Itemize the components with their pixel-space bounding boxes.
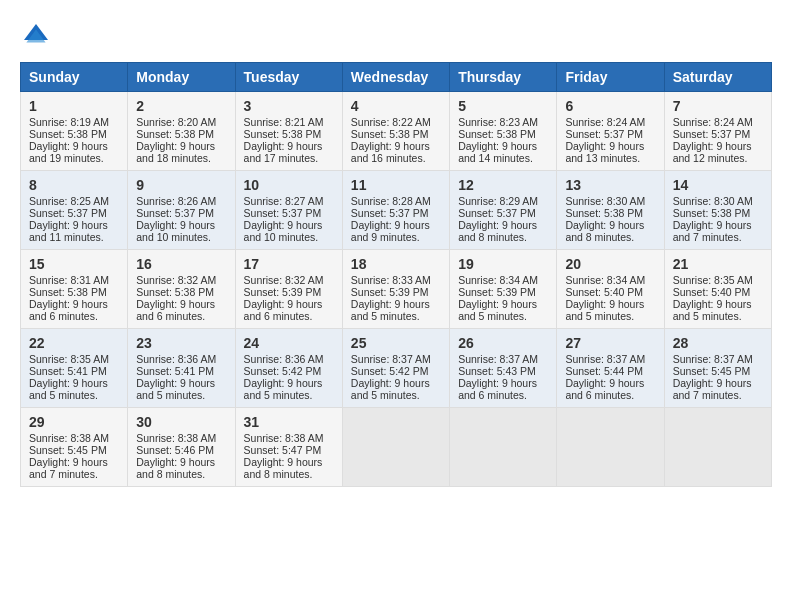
day-cell: 19Sunrise: 8:34 AMSunset: 5:39 PMDayligh… xyxy=(450,250,557,329)
daylight-label: Daylight: 9 hours and 10 minutes. xyxy=(244,219,323,243)
sunset-label: Sunset: 5:47 PM xyxy=(244,444,322,456)
day-number: 17 xyxy=(244,256,334,272)
sunrise-label: Sunrise: 8:37 AM xyxy=(351,353,431,365)
logo xyxy=(20,20,56,52)
day-number: 23 xyxy=(136,335,226,351)
sunrise-label: Sunrise: 8:24 AM xyxy=(673,116,753,128)
day-cell: 2Sunrise: 8:20 AMSunset: 5:38 PMDaylight… xyxy=(128,92,235,171)
sunset-label: Sunset: 5:39 PM xyxy=(244,286,322,298)
day-number: 13 xyxy=(565,177,655,193)
daylight-label: Daylight: 9 hours and 7 minutes. xyxy=(673,219,752,243)
sunrise-label: Sunrise: 8:30 AM xyxy=(565,195,645,207)
sunset-label: Sunset: 5:42 PM xyxy=(244,365,322,377)
sunset-label: Sunset: 5:37 PM xyxy=(458,207,536,219)
day-number: 22 xyxy=(29,335,119,351)
sunset-label: Sunset: 5:38 PM xyxy=(29,286,107,298)
header-day-monday: Monday xyxy=(128,63,235,92)
day-cell: 26Sunrise: 8:37 AMSunset: 5:43 PMDayligh… xyxy=(450,329,557,408)
sunrise-label: Sunrise: 8:33 AM xyxy=(351,274,431,286)
day-cell: 24Sunrise: 8:36 AMSunset: 5:42 PMDayligh… xyxy=(235,329,342,408)
day-number: 4 xyxy=(351,98,441,114)
sunrise-label: Sunrise: 8:23 AM xyxy=(458,116,538,128)
daylight-label: Daylight: 9 hours and 17 minutes. xyxy=(244,140,323,164)
sunset-label: Sunset: 5:38 PM xyxy=(136,128,214,140)
sunset-label: Sunset: 5:37 PM xyxy=(136,207,214,219)
daylight-label: Daylight: 9 hours and 10 minutes. xyxy=(136,219,215,243)
day-cell: 11Sunrise: 8:28 AMSunset: 5:37 PMDayligh… xyxy=(342,171,449,250)
sunrise-label: Sunrise: 8:32 AM xyxy=(136,274,216,286)
day-cell: 23Sunrise: 8:36 AMSunset: 5:41 PMDayligh… xyxy=(128,329,235,408)
day-cell xyxy=(557,408,664,487)
daylight-label: Daylight: 9 hours and 5 minutes. xyxy=(565,298,644,322)
header-day-wednesday: Wednesday xyxy=(342,63,449,92)
day-number: 9 xyxy=(136,177,226,193)
day-number: 28 xyxy=(673,335,763,351)
day-number: 18 xyxy=(351,256,441,272)
day-number: 16 xyxy=(136,256,226,272)
sunset-label: Sunset: 5:38 PM xyxy=(673,207,751,219)
sunrise-label: Sunrise: 8:36 AM xyxy=(136,353,216,365)
sunset-label: Sunset: 5:40 PM xyxy=(565,286,643,298)
header xyxy=(20,20,772,52)
daylight-label: Daylight: 9 hours and 14 minutes. xyxy=(458,140,537,164)
day-cell: 21Sunrise: 8:35 AMSunset: 5:40 PMDayligh… xyxy=(664,250,771,329)
daylight-label: Daylight: 9 hours and 19 minutes. xyxy=(29,140,108,164)
header-day-friday: Friday xyxy=(557,63,664,92)
day-cell: 25Sunrise: 8:37 AMSunset: 5:42 PMDayligh… xyxy=(342,329,449,408)
calendar: SundayMondayTuesdayWednesdayThursdayFrid… xyxy=(20,62,772,487)
daylight-label: Daylight: 9 hours and 5 minutes. xyxy=(244,377,323,401)
day-number: 6 xyxy=(565,98,655,114)
day-cell: 3Sunrise: 8:21 AMSunset: 5:38 PMDaylight… xyxy=(235,92,342,171)
day-cell: 9Sunrise: 8:26 AMSunset: 5:37 PMDaylight… xyxy=(128,171,235,250)
sunset-label: Sunset: 5:38 PM xyxy=(565,207,643,219)
daylight-label: Daylight: 9 hours and 5 minutes. xyxy=(136,377,215,401)
day-cell: 28Sunrise: 8:37 AMSunset: 5:45 PMDayligh… xyxy=(664,329,771,408)
day-cell: 7Sunrise: 8:24 AMSunset: 5:37 PMDaylight… xyxy=(664,92,771,171)
sunset-label: Sunset: 5:38 PM xyxy=(136,286,214,298)
day-cell xyxy=(664,408,771,487)
sunrise-label: Sunrise: 8:37 AM xyxy=(673,353,753,365)
sunset-label: Sunset: 5:46 PM xyxy=(136,444,214,456)
sunrise-label: Sunrise: 8:20 AM xyxy=(136,116,216,128)
sunset-label: Sunset: 5:37 PM xyxy=(565,128,643,140)
sunrise-label: Sunrise: 8:36 AM xyxy=(244,353,324,365)
daylight-label: Daylight: 9 hours and 6 minutes. xyxy=(565,377,644,401)
header-day-sunday: Sunday xyxy=(21,63,128,92)
sunset-label: Sunset: 5:44 PM xyxy=(565,365,643,377)
daylight-label: Daylight: 9 hours and 5 minutes. xyxy=(29,377,108,401)
daylight-label: Daylight: 9 hours and 6 minutes. xyxy=(244,298,323,322)
week-row-1: 1Sunrise: 8:19 AMSunset: 5:38 PMDaylight… xyxy=(21,92,772,171)
daylight-label: Daylight: 9 hours and 7 minutes. xyxy=(29,456,108,480)
day-number: 21 xyxy=(673,256,763,272)
day-cell: 18Sunrise: 8:33 AMSunset: 5:39 PMDayligh… xyxy=(342,250,449,329)
sunrise-label: Sunrise: 8:38 AM xyxy=(136,432,216,444)
day-number: 30 xyxy=(136,414,226,430)
day-number: 26 xyxy=(458,335,548,351)
daylight-label: Daylight: 9 hours and 9 minutes. xyxy=(351,219,430,243)
sunset-label: Sunset: 5:45 PM xyxy=(673,365,751,377)
logo-icon xyxy=(20,20,52,52)
daylight-label: Daylight: 9 hours and 16 minutes. xyxy=(351,140,430,164)
day-cell: 1Sunrise: 8:19 AMSunset: 5:38 PMDaylight… xyxy=(21,92,128,171)
day-number: 3 xyxy=(244,98,334,114)
daylight-label: Daylight: 9 hours and 5 minutes. xyxy=(351,298,430,322)
daylight-label: Daylight: 9 hours and 11 minutes. xyxy=(29,219,108,243)
sunset-label: Sunset: 5:37 PM xyxy=(244,207,322,219)
daylight-label: Daylight: 9 hours and 5 minutes. xyxy=(458,298,537,322)
day-number: 29 xyxy=(29,414,119,430)
day-number: 31 xyxy=(244,414,334,430)
sunset-label: Sunset: 5:45 PM xyxy=(29,444,107,456)
week-row-2: 8Sunrise: 8:25 AMSunset: 5:37 PMDaylight… xyxy=(21,171,772,250)
day-cell xyxy=(450,408,557,487)
day-number: 25 xyxy=(351,335,441,351)
day-number: 19 xyxy=(458,256,548,272)
day-cell xyxy=(342,408,449,487)
daylight-label: Daylight: 9 hours and 12 minutes. xyxy=(673,140,752,164)
daylight-label: Daylight: 9 hours and 8 minutes. xyxy=(458,219,537,243)
sunrise-label: Sunrise: 8:24 AM xyxy=(565,116,645,128)
daylight-label: Daylight: 9 hours and 6 minutes. xyxy=(458,377,537,401)
sunrise-label: Sunrise: 8:37 AM xyxy=(458,353,538,365)
sunset-label: Sunset: 5:37 PM xyxy=(29,207,107,219)
day-cell: 13Sunrise: 8:30 AMSunset: 5:38 PMDayligh… xyxy=(557,171,664,250)
sunset-label: Sunset: 5:37 PM xyxy=(673,128,751,140)
